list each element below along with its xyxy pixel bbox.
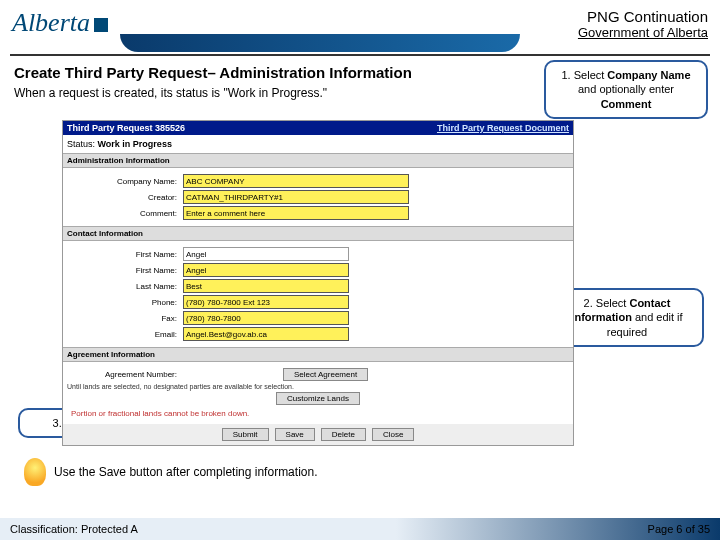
creator-field: CATMAN_THIRDPARTY#1 xyxy=(183,190,409,204)
lands-warning: Portion or fractional lands cannot be br… xyxy=(67,407,569,420)
company-field[interactable]: ABC COMPANY xyxy=(183,174,409,188)
comment-field[interactable]: Enter a comment here xyxy=(183,206,409,220)
last-field[interactable]: Best xyxy=(183,279,349,293)
form-title: Third Party Request 385526 xyxy=(67,123,185,133)
phone-field[interactable]: (780) 780-7800 Ext 123 xyxy=(183,295,349,309)
tip-text: Use the Save button after completing inf… xyxy=(54,465,317,479)
form-titlebar: Third Party Request 385526 Third Party R… xyxy=(63,121,573,135)
email-label: Email: xyxy=(67,330,183,339)
page-subtitle: When a request is created, its status is… xyxy=(14,86,327,100)
submit-button[interactable]: Submit xyxy=(222,428,269,441)
action-buttons: Submit Save Delete Close xyxy=(63,424,573,445)
header-subtitle: Government of Alberta xyxy=(578,25,708,40)
logo-badge-icon xyxy=(94,18,108,32)
alberta-logo: Alberta xyxy=(12,8,108,38)
page-title: Create Third Party Request– Administrati… xyxy=(14,64,412,81)
lands-note: Until lands are selected, no designated … xyxy=(67,383,569,390)
last-label: Last Name: xyxy=(67,282,183,291)
footer: Classification: Protected A Page 6 of 35 xyxy=(0,518,720,540)
close-button[interactable]: Close xyxy=(372,428,414,441)
header-title: PNG Continuation xyxy=(578,8,708,25)
tip-row: Use the Save button after completing inf… xyxy=(24,458,317,486)
first-label: First Name: xyxy=(67,250,183,259)
contact-select[interactable]: Angel xyxy=(183,247,349,261)
first-label2: First Name: xyxy=(67,266,183,275)
page-number: Page 6 of 35 xyxy=(648,523,710,535)
comment-label: Comment: xyxy=(67,209,183,218)
classification: Classification: Protected A xyxy=(10,523,138,535)
section-contact: Contact Information xyxy=(63,226,573,241)
email-field[interactable]: Angel.Best@gov.ab.ca xyxy=(183,327,349,341)
header-swoosh xyxy=(120,34,520,52)
status-label: Status: xyxy=(67,139,95,149)
creator-label: Creator: xyxy=(67,193,183,202)
save-button[interactable]: Save xyxy=(275,428,315,441)
section-agreement: Agreement Information xyxy=(63,347,573,362)
fax-field[interactable]: (780) 780-7800 xyxy=(183,311,349,325)
customize-lands-button[interactable]: Customize Lands xyxy=(276,392,360,405)
phone-label: Phone: xyxy=(67,298,183,307)
section-admin: Administration Information xyxy=(63,153,573,168)
doc-link[interactable]: Third Party Request Document xyxy=(437,123,569,133)
select-agreement-button[interactable]: Select Agreement xyxy=(283,368,368,381)
callout-company: 1. Select Company Name and optionally en… xyxy=(544,60,708,119)
company-label: Company Name: xyxy=(67,177,183,186)
header-titles: PNG Continuation Government of Alberta xyxy=(578,8,708,40)
form-screenshot: Third Party Request 385526 Third Party R… xyxy=(62,120,574,446)
header-rule xyxy=(10,54,710,56)
lightbulb-icon xyxy=(24,458,46,486)
first-field[interactable]: Angel xyxy=(183,263,349,277)
agree-label: Agreement Number: xyxy=(67,370,183,379)
delete-button[interactable]: Delete xyxy=(321,428,366,441)
fax-label: Fax: xyxy=(67,314,183,323)
status-value: Work in Progress xyxy=(98,139,172,149)
